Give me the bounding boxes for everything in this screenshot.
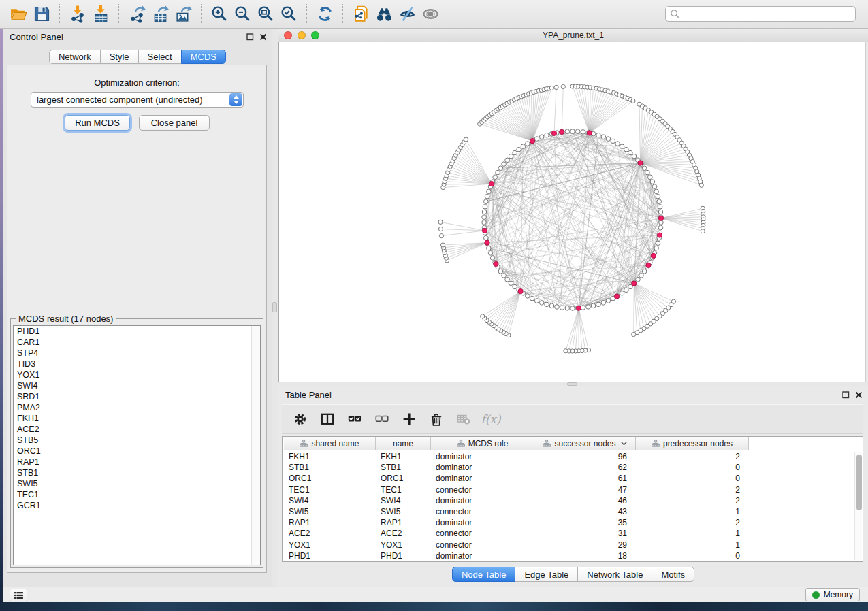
mcds-result-item[interactable]: GCR1: [14, 500, 260, 511]
show-graphics-details-button[interactable]: [419, 3, 442, 26]
mcds-result-item[interactable]: RAP1: [14, 457, 260, 467]
memory-button[interactable]: Memory: [805, 588, 860, 601]
mcds-result-item[interactable]: STB1: [14, 467, 260, 478]
save-session-button[interactable]: [30, 3, 53, 26]
select-all-columns-button[interactable]: [347, 412, 362, 427]
table-cell: STB1: [284, 463, 376, 472]
mcds-result-item[interactable]: ORC1: [14, 446, 260, 457]
float-panel-icon[interactable]: [246, 33, 254, 41]
close-panel-icon[interactable]: [855, 391, 863, 399]
optimization-criterion-select[interactable]: largest connected component (undirected): [31, 92, 244, 108]
memory-status-icon: [812, 591, 820, 599]
column-header-predecessor-nodes[interactable]: predecessor nodes: [636, 437, 749, 450]
zoom-selected-button[interactable]: [277, 3, 300, 26]
table-panel-titlebar: Table Panel: [278, 386, 868, 403]
search-input[interactable]: [683, 10, 851, 19]
vertical-splitter[interactable]: [272, 29, 277, 587]
status-bar: Memory: [3, 587, 868, 602]
table-row[interactable]: YOX1YOX1connector291: [283, 540, 853, 550]
table-cell: 96: [534, 452, 636, 461]
import-network-button[interactable]: [66, 3, 89, 26]
mcds-result-item[interactable]: STP4: [14, 348, 260, 359]
column-header-successor-nodes[interactable]: successor nodes: [534, 437, 636, 450]
table-cell: 46: [534, 496, 636, 506]
export-image-button[interactable]: [172, 3, 195, 26]
show-task-history-button[interactable]: [10, 589, 27, 601]
table-cell: PHD1: [376, 551, 431, 561]
tab-node-table[interactable]: Node Table: [452, 567, 516, 582]
network-canvas[interactable]: [278, 42, 866, 382]
table-row[interactable]: PHD1PHD1dominator180: [283, 550, 853, 561]
refresh-view-button[interactable]: [313, 3, 336, 26]
column-header-MCDS-role[interactable]: MCDS role: [431, 437, 534, 450]
column-header-name[interactable]: name: [376, 437, 431, 450]
tab-network-table[interactable]: Network Table: [577, 567, 652, 582]
find-button[interactable]: [372, 3, 396, 26]
column-header-shared-name[interactable]: shared name: [284, 437, 376, 450]
open-file-button[interactable]: [7, 3, 30, 26]
table-settings-button[interactable]: [293, 412, 308, 427]
search-icon: [670, 9, 680, 19]
show-column-button[interactable]: [320, 412, 335, 427]
create-column-button[interactable]: [402, 412, 417, 427]
mcds-list-scrollbar[interactable]: [251, 326, 260, 565]
close-panel-button[interactable]: Close panel: [139, 115, 210, 131]
export-table-button[interactable]: [148, 3, 172, 26]
mcds-result-item[interactable]: ACE2: [14, 424, 260, 435]
mcds-result-item[interactable]: YOX1: [14, 369, 260, 380]
zoom-fit-button[interactable]: [254, 3, 277, 26]
mcds-result-item[interactable]: PMA2: [14, 402, 260, 413]
tab-network[interactable]: Network: [49, 50, 101, 64]
mcds-result-item[interactable]: SRD1: [14, 391, 260, 402]
table-row[interactable]: RAP1RAP1dominator352: [283, 517, 853, 528]
table-row[interactable]: SWI4SWI4dominator462: [283, 495, 853, 506]
table-cell: 0: [636, 463, 749, 472]
zoom-out-button[interactable]: [231, 3, 254, 26]
search-field[interactable]: [665, 6, 856, 22]
mcds-result-item[interactable]: PHD1: [14, 326, 260, 337]
hide-graphics-details-button[interactable]: [396, 3, 419, 26]
table-row[interactable]: FKH1FKH1dominator962: [283, 451, 853, 462]
network-window-titlebar[interactable]: YPA_prune.txt_1: [278, 29, 868, 42]
network-document-button[interactable]: [349, 3, 372, 26]
table-cell: 62: [534, 463, 636, 472]
export-network-button[interactable]: [125, 3, 148, 26]
tab-edge-table[interactable]: Edge Table: [515, 567, 578, 582]
zoom-in-button[interactable]: [208, 3, 231, 26]
mcds-result-item[interactable]: TID3: [14, 359, 260, 369]
tab-mcds[interactable]: MCDS: [181, 50, 226, 64]
mcds-result-item[interactable]: STB5: [14, 435, 260, 446]
close-panel-icon[interactable]: [259, 33, 267, 41]
table-cell: ACE2: [376, 529, 431, 538]
mcds-result-item[interactable]: SWI4: [14, 380, 260, 391]
mcds-result-item[interactable]: FKH1: [14, 413, 260, 424]
table-cell: 1: [636, 529, 749, 538]
unselect-all-columns-button[interactable]: [374, 412, 389, 427]
table-cell: RAP1: [376, 518, 431, 527]
tab-select[interactable]: Select: [138, 50, 182, 64]
mcds-result-item[interactable]: SWI5: [14, 478, 260, 489]
import-table-button[interactable]: [89, 3, 112, 26]
network-graph[interactable]: [279, 42, 867, 382]
tab-motifs[interactable]: Motifs: [652, 567, 694, 582]
mcds-result-item[interactable]: TEC1: [14, 489, 260, 500]
table-scrollbar-thumb[interactable]: [856, 455, 862, 510]
delete-columns-button[interactable]: [429, 412, 444, 427]
run-mcds-button[interactable]: Run MCDS: [65, 115, 130, 131]
table-scrollbar[interactable]: [854, 452, 862, 560]
mcds-result-list[interactable]: PHD1CAR1STP4TID3YOX1SWI4SRD1PMA2FKH1ACE2…: [13, 325, 261, 565]
horizontal-splitter[interactable]: [278, 382, 868, 386]
table-row[interactable]: ACE2ACE2connector311: [283, 528, 853, 539]
table-row[interactable]: TEC1TEC1connector472: [283, 484, 853, 495]
vertical-splitter-handle[interactable]: [272, 302, 277, 312]
node-table[interactable]: shared namenameMCDS rolesuccessor nodesp…: [282, 436, 863, 562]
mcds-result-item[interactable]: CAR1: [14, 337, 260, 348]
horizontal-splitter-handle[interactable]: [567, 382, 577, 386]
table-row[interactable]: SWI5SWI5connector431: [283, 506, 853, 517]
table-row[interactable]: STB1STB1dominator620: [283, 462, 853, 473]
tab-style[interactable]: Style: [100, 50, 139, 64]
table-row[interactable]: ORC1ORC1dominator610: [283, 473, 853, 484]
control-panel-title: Control Panel: [10, 32, 63, 42]
float-panel-icon[interactable]: [842, 391, 850, 399]
table-cell: SWI5: [376, 507, 431, 516]
